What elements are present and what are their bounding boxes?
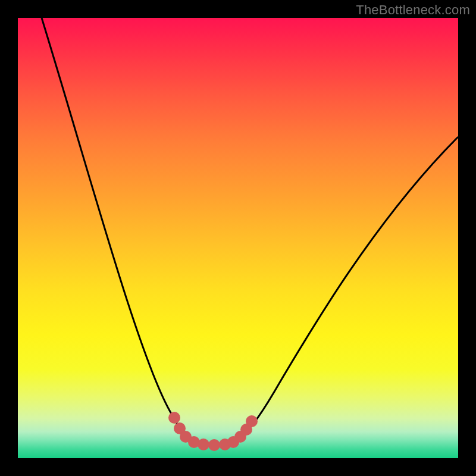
- valley-marker: [208, 439, 220, 451]
- bottleneck-curve: [42, 18, 458, 445]
- watermark-text: TheBottleneck.com: [356, 2, 470, 18]
- chart-frame: TheBottleneck.com: [0, 0, 476, 476]
- valley-marker: [198, 439, 209, 450]
- valley-markers-group: [168, 412, 258, 451]
- valley-marker: [168, 412, 180, 424]
- chart-svg: [18, 18, 458, 458]
- plot-area: [18, 18, 458, 458]
- valley-marker: [246, 415, 258, 427]
